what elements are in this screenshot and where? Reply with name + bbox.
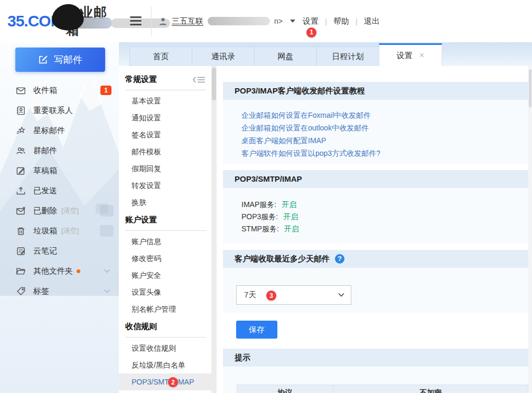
tab-netdisk[interactable]: 网盘 bbox=[254, 46, 317, 66]
nav-item-notification-settings[interactable]: 通知设置 bbox=[119, 109, 211, 126]
main-area: 首页 通讯录 网盘 日程计划 设置 × 常规设置 基本设置 通知设置 bbox=[119, 42, 532, 393]
nav-item-set-avatar[interactable]: 设置头像 bbox=[119, 284, 211, 301]
settings-link[interactable]: 设置 1 bbox=[303, 16, 319, 26]
sidebar-item-group-mail[interactable]: 群邮件 bbox=[0, 141, 119, 161]
nav-item-forwarding[interactable]: 转发设置 bbox=[119, 177, 211, 194]
sidebar-item-deleted[interactable]: 已删除 [清空] bbox=[0, 201, 119, 221]
nav-item-basic-settings[interactable]: 基本设置 bbox=[119, 92, 211, 109]
help-icon[interactable]: ? bbox=[335, 254, 344, 264]
account-dropdown-caret-icon[interactable] bbox=[290, 20, 295, 23]
content-scrollbar-thumb[interactable] bbox=[529, 69, 531, 107]
pop3-status-value: 开启 bbox=[283, 212, 298, 221]
chevron-down-icon[interactable] bbox=[104, 289, 110, 294]
nav-item-signature-settings[interactable]: 签名设置 bbox=[119, 126, 211, 143]
sidebar-item-important-contacts[interactable]: 重要联系人 bbox=[0, 100, 119, 120]
nav-divider bbox=[125, 90, 206, 90]
tab-home[interactable]: 首页 bbox=[129, 46, 192, 66]
trash-icon bbox=[16, 226, 26, 236]
logo[interactable]: 35.COM 企业邮箱 bbox=[7, 0, 119, 42]
section-gap bbox=[223, 164, 528, 170]
nav-item-important-contacts[interactable]: 重要联系人 bbox=[119, 390, 211, 393]
draft-edit-icon bbox=[16, 166, 26, 176]
settings-nav: 常规设置 基本设置 通知设置 签名设置 邮件模板 假期回复 转发设置 换肤 账户… bbox=[119, 66, 211, 393]
folder-icon bbox=[16, 266, 26, 276]
server-settings-table: 协议 不加密 bbox=[237, 385, 528, 393]
table-header-protocol: 协议 bbox=[237, 385, 333, 393]
header-menu: 设置 1 | 帮助 | 退出 bbox=[303, 16, 380, 26]
sidebar-item-inbox[interactable]: 收件箱 1 bbox=[0, 80, 119, 100]
annotation-step-1: 1 bbox=[306, 27, 316, 38]
nav-scrollbar[interactable] bbox=[211, 66, 217, 393]
tips-panel: 协议 不加密 bbox=[223, 367, 528, 393]
tutorial-link-pop3[interactable]: 客户端软件如何设置以pop3方式收发邮件? bbox=[241, 147, 528, 160]
tutorial-link-outlook[interactable]: 企业邮箱如何设置在outlook中收发邮件 bbox=[241, 121, 528, 134]
nav-item-mail-templates[interactable]: 邮件模板 bbox=[119, 143, 211, 160]
sidebar-item-sent[interactable]: 已发送 bbox=[0, 181, 119, 201]
tutorial-link-foxmail[interactable]: 企业邮箱如何设置在Foxmail中收发邮件 bbox=[241, 109, 528, 121]
menu-separator: | bbox=[325, 17, 327, 26]
services-panel: IMAP服务:开启 POP3服务:开启 STMP服务:开启 bbox=[223, 188, 528, 244]
nav-group-receiving-rules: 收信规则 bbox=[119, 317, 211, 336]
contact-card-icon bbox=[16, 106, 26, 116]
chevron-down-icon[interactable] bbox=[104, 269, 110, 274]
sidebar-item-other-folders[interactable]: 其他文件夹 bbox=[0, 261, 119, 281]
nav-divider bbox=[125, 230, 206, 231]
ghost-thumbnail-icon bbox=[100, 205, 114, 217]
select-chevron-down-icon bbox=[338, 293, 344, 297]
tab-schedule[interactable]: 日程计划 bbox=[316, 46, 379, 66]
user-name-link[interactable]: 三五互联 bbox=[172, 16, 203, 26]
close-tab-icon[interactable]: × bbox=[419, 51, 424, 60]
save-button[interactable]: 保存 bbox=[236, 321, 277, 339]
webmail-app: 35.COM 企业邮箱 三五互联 n> 设置 1 | 帮助 | bbox=[0, 0, 532, 393]
nav-group-general: 常规设置 bbox=[119, 70, 211, 89]
service-row-smtp: STMP服务:开启 bbox=[241, 223, 528, 235]
nav-item-change-password[interactable]: 修改密码 bbox=[119, 250, 211, 267]
annotation-step-3: 3 bbox=[266, 291, 276, 301]
nav-scrollbar-thumb[interactable] bbox=[212, 68, 216, 100]
sidebar-item-starred[interactable]: 星标邮件 bbox=[0, 120, 119, 141]
compose-pen-icon bbox=[38, 54, 49, 65]
nav-item-alias-management[interactable]: 别名帐户管理 bbox=[119, 301, 211, 317]
nav-item-vacation-reply[interactable]: 假期回复 bbox=[119, 160, 211, 177]
nav-item-skin[interactable]: 换肤 bbox=[119, 194, 211, 211]
user-account-area: 三五互联 n> 设置 1 | 帮助 | 退出 bbox=[158, 0, 380, 42]
days-panel: 7天 3 bbox=[223, 268, 528, 313]
new-mail-dot-indicator bbox=[77, 269, 80, 273]
nav-divider bbox=[125, 337, 206, 338]
user-email-suffix: n> bbox=[274, 17, 283, 25]
note-icon bbox=[16, 246, 26, 256]
content-scrollbar[interactable] bbox=[528, 66, 532, 393]
service-row-pop3: POP3服务:开启 bbox=[241, 211, 528, 223]
sidebar-item-cloud-notes[interactable]: 云笔记 bbox=[0, 241, 119, 261]
smtp-status-value: 开启 bbox=[284, 224, 299, 233]
compose-mail-button[interactable]: 写邮件 bbox=[15, 48, 105, 72]
nav-item-account-security[interactable]: 账户安全 bbox=[119, 267, 211, 284]
tutorial-section-header: POP3/IMAP客户端收发邮件设置教程 bbox=[223, 82, 528, 100]
logout-link[interactable]: 退出 bbox=[364, 16, 380, 26]
nav-item-receiving-rules[interactable]: 设置收信规则 bbox=[119, 340, 211, 357]
inbox-envelope-icon bbox=[16, 86, 26, 96]
nav-item-pop3-smtp-imap[interactable]: POP3/SMTP/IMAP 2 bbox=[119, 373, 211, 390]
folder-list: 收件箱 1 重要联系人 星标邮件 群邮件 bbox=[0, 80, 119, 301]
imap-status-value: 开启 bbox=[282, 200, 296, 209]
user-icon bbox=[158, 17, 167, 26]
tab-settings[interactable]: 设置 × bbox=[379, 43, 442, 66]
hamburger-menu-icon[interactable] bbox=[130, 16, 142, 27]
help-link[interactable]: 帮助 bbox=[333, 16, 349, 26]
days-select[interactable]: 7天 3 bbox=[236, 285, 351, 305]
tag-icon bbox=[16, 286, 26, 296]
sidebar-item-drafts[interactable]: 草稿箱 bbox=[0, 161, 119, 181]
mail-sidebar: 写邮件 收件箱 1 重要联系人 星标邮件 bbox=[0, 42, 119, 393]
collapse-nav-icon[interactable] bbox=[192, 76, 206, 83]
sidebar-item-trash[interactable]: 垃圾箱 [清空] bbox=[0, 221, 119, 241]
sent-tray-icon bbox=[16, 186, 26, 196]
settings-workspace: 常规设置 基本设置 通知设置 签名设置 邮件模板 假期回复 转发设置 换肤 账户… bbox=[119, 66, 532, 393]
tutorial-link-imap[interactable]: 桌面客户端如何配置IMAP bbox=[241, 134, 528, 147]
annotation-step-2: 2 bbox=[168, 377, 178, 387]
empty-folder-link[interactable]: [清空] bbox=[61, 226, 79, 236]
tab-contacts[interactable]: 通讯录 bbox=[192, 46, 255, 66]
nav-item-account-info[interactable]: 账户信息 bbox=[119, 233, 211, 250]
sidebar-item-tags[interactable]: 标签 bbox=[0, 281, 119, 301]
empty-folder-link[interactable]: [清空] bbox=[61, 206, 79, 216]
nav-item-antispam-list[interactable]: 反垃圾/黑白名单 bbox=[119, 357, 211, 373]
